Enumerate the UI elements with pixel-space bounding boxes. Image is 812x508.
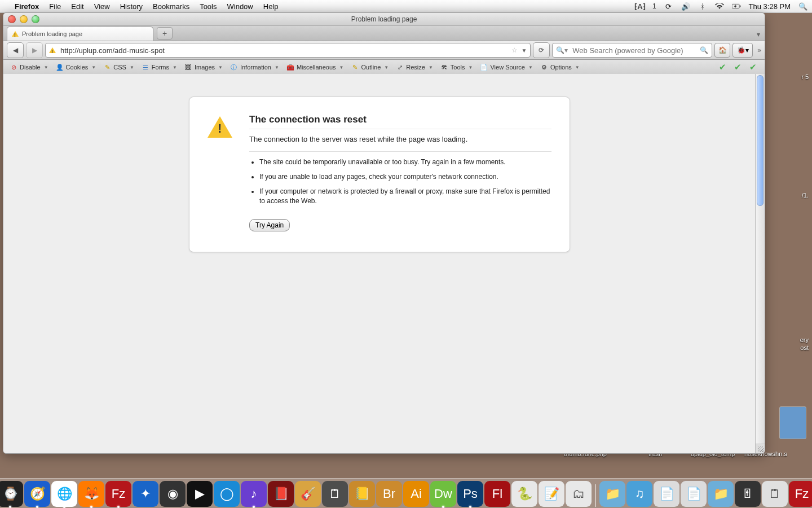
dock-app-icon[interactable]: Fl xyxy=(484,481,510,507)
tab-strip: Problem loading page + ▾ xyxy=(3,26,765,41)
search-go-icon[interactable]: 🔍 xyxy=(700,46,708,54)
overflow-chevron-icon[interactable]: » xyxy=(757,46,761,54)
volume-icon[interactable]: 🔊 xyxy=(681,2,690,11)
error-summary: The connection to the server was reset w… xyxy=(249,135,551,143)
validation-check-icon[interactable]: ✔ xyxy=(749,62,757,72)
dock-app-icon[interactable]: 🗂 xyxy=(566,481,592,507)
dock-app-icon[interactable]: ♫ xyxy=(626,481,652,507)
search-engine-icon[interactable]: 🔍▾ xyxy=(556,46,568,54)
dock-app-icon[interactable]: Br xyxy=(376,481,402,507)
timemachine-icon[interactable]: ⟳ xyxy=(664,2,673,11)
dev-view-source[interactable]: 📄View Source▼ xyxy=(477,62,535,72)
dev-information[interactable]: ⓘInformation▼ xyxy=(227,62,282,72)
bluetooth-icon[interactable]: ᚼ xyxy=(698,2,707,11)
tab-active[interactable]: Problem loading page xyxy=(7,27,153,41)
dock-app-icon[interactable]: 📒 xyxy=(349,481,375,507)
validation-check-icon[interactable]: ✔ xyxy=(719,62,726,72)
resize-grip[interactable] xyxy=(755,444,765,453)
menu-help[interactable]: Help xyxy=(263,2,279,11)
menu-tools[interactable]: Tools xyxy=(200,2,217,11)
dock-app-icon[interactable]: 🦊 xyxy=(78,481,104,507)
dock-app-icon[interactable]: Fz xyxy=(789,481,812,507)
dock-app-icon[interactable]: 📄 xyxy=(681,481,707,507)
dock-app-icon[interactable]: ✦ xyxy=(133,481,158,507)
dock-app-icon[interactable]: 📕 xyxy=(268,481,294,507)
url-bar[interactable]: ☆ ▼ xyxy=(45,43,531,58)
desktop-file[interactable] xyxy=(776,406,810,441)
adobe-status-icon[interactable]: ⁅A⁆ xyxy=(636,2,645,11)
dock-app-icon[interactable]: 🐍 xyxy=(511,481,537,507)
dock-app-icon[interactable]: 🌐 xyxy=(51,481,77,507)
clock[interactable]: Thu 3:28 PM xyxy=(749,2,791,11)
firebug-button[interactable]: 🐞▾ xyxy=(732,43,753,58)
dock-app-icon[interactable]: 📝 xyxy=(539,481,564,507)
window-titlebar[interactable]: Problem loading page xyxy=(3,13,765,26)
dock-app-icon[interactable]: 🗒 xyxy=(322,481,348,507)
search-bar[interactable]: 🔍▾ 🔍 xyxy=(552,43,712,58)
dock-app-icon[interactable]: Ps xyxy=(457,481,483,507)
mac-menubar: Firefox File Edit View History Bookmarks… xyxy=(0,0,812,13)
validation-check-icon[interactable]: ✔ xyxy=(734,62,742,72)
error-suggestion: The site could be temporarily unavailabl… xyxy=(259,157,551,167)
reload-button[interactable]: ⟳ xyxy=(533,42,550,58)
dock-app-icon[interactable]: Fz xyxy=(105,481,131,507)
dock-separator xyxy=(595,484,596,507)
desktop-label: /1. xyxy=(802,192,809,199)
dock-app-icon[interactable]: Ai xyxy=(403,481,429,507)
menu-file[interactable]: File xyxy=(49,2,61,11)
dock-app-icon[interactable]: 📁 xyxy=(599,481,625,507)
history-dropdown-icon[interactable]: ▼ xyxy=(521,47,527,54)
search-input[interactable] xyxy=(571,46,696,55)
dev-outline[interactable]: ✎Outline▼ xyxy=(348,62,392,72)
divider xyxy=(249,129,551,129)
spotlight-icon[interactable]: 🔍 xyxy=(798,2,807,11)
menu-bookmarks[interactable]: Bookmarks xyxy=(153,2,189,11)
dock-app-icon[interactable]: 📁 xyxy=(708,481,734,507)
error-suggestion: If your computer or network is protected… xyxy=(259,187,551,205)
divider xyxy=(249,151,551,152)
vertical-scrollbar[interactable] xyxy=(755,74,765,444)
site-identity-warning-icon[interactable] xyxy=(49,47,56,53)
error-suggestion: If you are unable to load any pages, che… xyxy=(259,172,551,181)
menu-history[interactable]: History xyxy=(120,2,143,11)
dev-miscellaneous[interactable]: 🧰Miscellaneous▼ xyxy=(284,62,347,72)
warning-icon xyxy=(208,116,232,138)
window-title: Problem loading page xyxy=(3,15,765,23)
dock-app-icon[interactable]: 🧭 xyxy=(24,481,50,507)
home-button[interactable]: 🏠 xyxy=(714,43,730,58)
dev-css[interactable]: ✎CSS▼ xyxy=(100,62,137,72)
scrollbar-thumb[interactable] xyxy=(757,75,764,206)
dev-cookies[interactable]: 👤Cookies▼ xyxy=(53,62,99,72)
dock-app-icon[interactable]: 🗒 xyxy=(762,481,788,507)
dock-app-icon[interactable]: ◯ xyxy=(214,481,240,507)
dock-app-icon[interactable]: 📄 xyxy=(654,481,679,507)
dev-forms[interactable]: ☰Forms▼ xyxy=(139,62,180,72)
battery-icon[interactable] xyxy=(732,2,741,11)
dock-app-icon[interactable]: 🎸 xyxy=(295,481,321,507)
app-name[interactable]: Firefox xyxy=(15,2,39,11)
dock-app-icon[interactable]: ⌚ xyxy=(0,481,23,507)
dock-app-icon[interactable]: Dw xyxy=(430,481,456,507)
dev-images[interactable]: 🖼Images▼ xyxy=(182,62,226,72)
try-again-button[interactable]: Try Again xyxy=(249,219,290,231)
wifi-icon[interactable] xyxy=(715,2,724,11)
tabs-dropdown-icon[interactable]: ▾ xyxy=(752,28,765,41)
back-button[interactable]: ◀ xyxy=(7,42,24,58)
dock-app-icon[interactable]: ▶ xyxy=(187,481,213,507)
dev-resize[interactable]: ⤢Resize▼ xyxy=(393,62,436,72)
dev-options[interactable]: ⚙Options▼ xyxy=(537,62,582,72)
dev-tools[interactable]: 🛠Tools▼ xyxy=(438,62,476,72)
svg-rect-1 xyxy=(739,6,740,7)
menu-window[interactable]: Window xyxy=(227,2,253,11)
bookmark-star-icon[interactable]: ☆ xyxy=(511,46,518,54)
forward-button[interactable]: ▶ xyxy=(26,42,43,58)
menu-edit[interactable]: Edit xyxy=(71,2,83,11)
new-tab-button[interactable]: + xyxy=(157,27,173,40)
dock-app-icon[interactable]: 🎚 xyxy=(735,481,761,507)
url-input[interactable] xyxy=(59,46,508,55)
dock-app-icon[interactable]: ♪ xyxy=(241,481,267,507)
desktop-label: ost xyxy=(800,344,809,351)
menu-view[interactable]: View xyxy=(94,2,110,11)
dock-app-icon[interactable]: ◉ xyxy=(160,481,186,507)
dev-disable[interactable]: ⊘Disable▼ xyxy=(7,62,51,72)
